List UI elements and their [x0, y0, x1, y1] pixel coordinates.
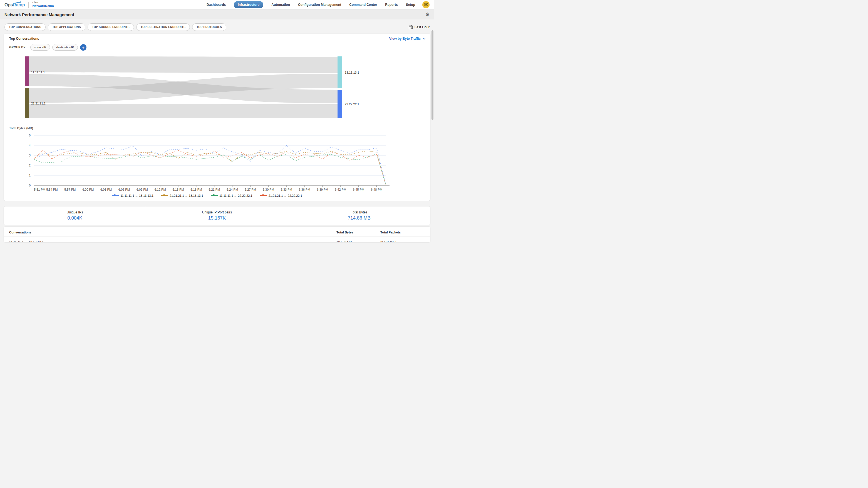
sankey-flow-4[interactable]	[29, 104, 338, 118]
legend-item-3[interactable]: 11.11.11.1 → 22.22.22.1	[211, 194, 252, 197]
table-header-row: Conversations Total Bytes↓ Total Packets	[4, 227, 430, 236]
group-chip-destinationIP[interactable]: destinationIP	[52, 44, 78, 51]
filter-tabs-row: TOP CONVERSATIONSTOP APPLICATIONSTOP SOU…	[0, 20, 434, 34]
sankey-node-11.11.11.1[interactable]	[25, 57, 29, 86]
nav-item-configuration-management[interactable]: Configuration Management	[298, 3, 341, 7]
x-axis-tick-label: 6:27 PM	[245, 188, 256, 191]
tab-top-conversations[interactable]: TOP CONVERSATIONS	[4, 23, 45, 31]
y-axis-tick-label: 0	[29, 184, 31, 187]
nav-item-command-center[interactable]: Command Center	[349, 3, 377, 7]
x-axis-tick-label: 6:21 PM	[209, 188, 220, 191]
view-by-dropdown[interactable]: View by Byte Traffic	[389, 37, 426, 40]
x-axis-tick-label: 6:12 PM	[155, 188, 166, 191]
x-axis-tick-label: 6:45 PM	[353, 188, 364, 191]
opsramp-logo[interactable]: OpsRamp	[4, 2, 25, 7]
column-header-conversations: Conversations	[9, 231, 336, 234]
chevron-down-icon	[423, 38, 426, 40]
line-chart[interactable]: 0123455:51 PM5:54 PM5:57 PM6:00 PM6:03 P…	[22, 133, 392, 193]
stat-value: 714.86 MB	[348, 216, 371, 221]
sankey-node-21.21.21.1[interactable]	[25, 88, 29, 118]
page: OpsRamp Client NetworkDemo DashboardsInf…	[0, 0, 434, 244]
client-selector[interactable]: Client NetworkDemo	[32, 1, 54, 8]
x-axis-tick-label: 6:18 PM	[190, 188, 202, 191]
sankey-flow-1[interactable]	[29, 57, 338, 73]
column-header-total-bytes[interactable]: Total Bytes↓	[336, 231, 380, 234]
time-range-label: Last Hour	[414, 25, 430, 29]
x-axis-tick-label: 6:00 PM	[82, 188, 94, 191]
time-range-picker[interactable]: Last Hour	[409, 25, 430, 29]
nav-item-dashboards[interactable]: Dashboards	[207, 3, 226, 7]
cell-total-packets: 25181.93 K	[380, 240, 425, 242]
x-axis-tick-label: 5:54 PM	[46, 188, 58, 191]
client-label: Client	[32, 1, 54, 4]
stat-value: 0.004K	[67, 216, 82, 221]
legend-label: 21.21.21.1 → 22.22.22.1	[269, 194, 302, 197]
legend-item-2[interactable]: 21.21.21.1 → 13.13.13.1	[161, 194, 203, 197]
sankey-node-22.22.22.1[interactable]	[338, 90, 342, 118]
series-line-1[interactable]	[34, 145, 385, 184]
stat-value: 15.167K	[208, 216, 226, 221]
stat-label: Total Bytes	[351, 210, 367, 214]
sankey-node-label: 11.11.11.1	[31, 71, 45, 74]
tab-top-source-endpoints[interactable]: TOP SOURCE ENDPOINTS	[88, 23, 134, 31]
conversations-table: Conversations Total Bytes↓ Total Packets…	[4, 227, 430, 242]
x-axis-tick-label: 6:39 PM	[317, 188, 328, 191]
sankey-diagram[interactable]: 11.11.11.121.21.21.113.13.13.122.22.22.1	[25, 57, 378, 119]
primary-nav: DashboardsInfrastructureAutomationConfig…	[207, 1, 415, 8]
group-by-label: GROUP BY :	[9, 45, 27, 49]
sankey-node-13.13.13.1[interactable]	[338, 57, 342, 88]
sort-descending-icon: ↓	[354, 231, 356, 234]
divider	[28, 2, 29, 8]
nav-item-setup[interactable]: Setup	[406, 3, 415, 7]
cell-conversation: 11.11.11.1 → 13.13.13.1	[9, 240, 336, 242]
avatar[interactable]: SK	[422, 1, 430, 8]
x-axis-tick-label: 6:33 PM	[281, 188, 292, 191]
legend-item-1[interactable]: 11.11.11.1 → 13.13.13.1	[112, 194, 153, 197]
stat-label: Unique IP:Port pairs	[202, 210, 232, 214]
view-by-label: View by Byte Traffic	[389, 37, 421, 40]
series-line-3[interactable]	[34, 154, 385, 185]
panel-title: Top Conversations	[9, 37, 39, 40]
title-bar: Network Performance Management ⚙	[0, 9, 434, 20]
chart-title: Total Bytes (MB)	[9, 126, 33, 130]
y-axis-tick-label: 2	[29, 164, 31, 167]
tab-top-applications[interactable]: TOP APPLICATIONS	[48, 23, 85, 31]
x-axis-tick-label: 5:57 PM	[64, 188, 75, 191]
column-header-total-packets[interactable]: Total Packets	[380, 231, 425, 234]
sankey-node-label: 13.13.13.1	[345, 71, 359, 74]
legend-label: 11.11.11.1 → 13.13.13.1	[120, 194, 153, 197]
client-name: NetworkDemo	[32, 4, 54, 8]
stat-label: Unique IPs	[67, 210, 83, 214]
chart-legend: 11.11.11.1 → 13.13.13.121.21.21.1 → 13.1…	[22, 194, 392, 197]
cell-total-bytes: 197.23 MB	[336, 240, 380, 242]
filter-tabs: TOP CONVERSATIONSTOP APPLICATIONSTOP SOU…	[4, 23, 228, 31]
legend-label: 11.11.11.1 → 22.22.22.1	[219, 194, 252, 197]
table-row[interactable]: 11.11.11.1 → 13.13.13.1197.23 MB25181.93…	[4, 237, 430, 242]
legend-marker-icon	[161, 194, 168, 197]
nav-item-infrastructure[interactable]: Infrastructure	[234, 1, 263, 8]
y-axis-tick-label: 1	[29, 174, 31, 177]
scrollbar[interactable]	[432, 30, 433, 120]
x-axis-tick-label: 6:24 PM	[226, 188, 238, 191]
legend-marker-icon	[260, 194, 267, 197]
stat-unique-ip-port-pairs: Unique IP:Port pairs15.167K	[146, 206, 288, 225]
nav-item-automation[interactable]: Automation	[271, 3, 290, 7]
legend-item-4[interactable]: 21.21.21.1 → 22.22.22.1	[260, 194, 302, 197]
add-group-button[interactable]: +	[80, 44, 87, 51]
group-chip-sourceIP[interactable]: sourceIP	[30, 44, 50, 51]
x-axis-tick-label: 5:51 PM	[34, 188, 45, 191]
group-by-row: GROUP BY : sourceIPdestinationIP +	[9, 44, 87, 51]
legend-label: 21.21.21.1 → 13.13.13.1	[169, 194, 203, 197]
x-axis-tick-label: 6:06 PM	[118, 188, 130, 191]
x-axis-tick-label: 6:36 PM	[299, 188, 310, 191]
y-axis-tick-label: 4	[29, 144, 31, 147]
y-axis-tick-label: 3	[29, 154, 31, 157]
summary-stats: Unique IPs0.004KUnique IP:Port pairs15.1…	[4, 206, 430, 225]
nav-item-reports[interactable]: Reports	[385, 3, 398, 7]
x-axis-tick-label: 6:48 PM	[371, 188, 382, 191]
tab-top-protocols[interactable]: TOP PROTOCOLS	[192, 23, 226, 31]
gear-icon[interactable]: ⚙	[425, 12, 430, 17]
tab-top-destination-endpoints[interactable]: TOP DESTINATION ENDPOINTS	[136, 23, 190, 31]
top-conversations-panel: Top Conversations View by Byte Traffic G…	[4, 34, 430, 201]
stat-unique-ips: Unique IPs0.004K	[4, 206, 146, 225]
